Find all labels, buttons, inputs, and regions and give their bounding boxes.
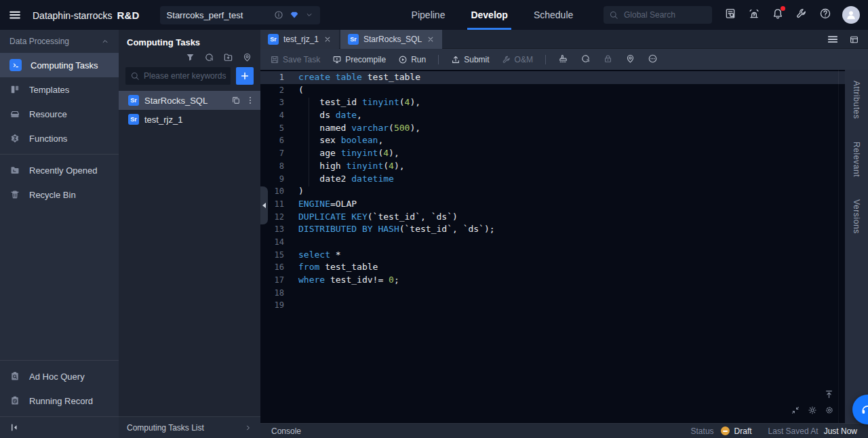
wrench-icon[interactable]: [795, 7, 808, 22]
code-line[interactable]: 8 high tinyint(4),: [260, 160, 845, 173]
editor-toolbar: Save TaskPrecompileRunSubmitO&M: [260, 49, 868, 70]
code-editor[interactable]: 1create table test_table2(3 test_id tiny…: [260, 70, 845, 423]
code-line[interactable]: 9 date2 datetime: [260, 173, 845, 186]
line-number: 16: [260, 261, 293, 274]
code-line[interactable]: 12DUPLICATE KEY(`test_id`, `ds`): [260, 211, 845, 224]
code-line[interactable]: 5 named varchar(500),: [260, 122, 845, 135]
code-line[interactable]: 6 sex boolean,: [260, 134, 845, 147]
run-button[interactable]: Run: [398, 55, 426, 64]
code-text: from test_table: [293, 261, 378, 274]
right-tab-versions[interactable]: Versions: [852, 199, 861, 234]
tree-item-starrocks-sql[interactable]: SrStarRocks_SQL: [119, 91, 260, 110]
code-line[interactable]: 13DISTRIBUTED BY HASH(`test_id`, `ds`);: [260, 223, 845, 236]
toolbar-button-label: O&M: [515, 55, 533, 64]
locate-button[interactable]: [625, 54, 635, 66]
code-line[interactable]: 11ENGINE=OLAP: [260, 198, 845, 211]
nav-schedule[interactable]: Schedule: [521, 0, 586, 30]
precompile-button[interactable]: Precompile: [332, 55, 386, 64]
global-search[interactable]: [604, 6, 712, 24]
copy-icon[interactable]: [231, 96, 241, 105]
close-icon[interactable]: [427, 35, 435, 43]
code-text: DISTRIBUTED BY HASH(`test_id`, `ds`);: [293, 223, 495, 236]
code-line[interactable]: 15select *: [260, 249, 845, 262]
locate-icon[interactable]: [242, 52, 252, 62]
folderplus-icon[interactable]: [223, 52, 233, 62]
close-icon[interactable]: [323, 35, 332, 43]
fullscreen-icon[interactable]: [791, 405, 800, 415]
keyword-search-input[interactable]: [125, 67, 231, 85]
tree-item-test-rjz-1[interactable]: Srtest_rjz_1: [119, 110, 260, 129]
tab-starrocks-sql[interactable]: SrStarRocks_SQL: [340, 30, 442, 49]
save-task-button[interactable]: Save Task: [270, 55, 320, 64]
code-line[interactable]: 16from test_table: [260, 261, 845, 274]
run-icon: [398, 55, 408, 64]
chevron-up-icon[interactable]: [101, 37, 109, 45]
lock-button[interactable]: [603, 54, 613, 66]
code-line[interactable]: 7 age tinyint(4),: [260, 147, 845, 160]
tab-test-rjz-1[interactable]: Srtest_rjz_1: [260, 30, 339, 49]
o-m-button[interactable]: O&M: [502, 55, 533, 64]
chevron-down-icon[interactable]: [305, 11, 313, 19]
sidebar-item-resource[interactable]: Resource: [0, 102, 119, 126]
filter-icon[interactable]: [185, 52, 195, 62]
tree-item-label: StarRocks_SQL: [144, 96, 208, 106]
sidebar-item-recycle-bin[interactable]: Recycle Bin: [0, 182, 119, 207]
code-line[interactable]: 2(: [260, 84, 845, 97]
code-line[interactable]: 19: [260, 299, 845, 312]
submit-button[interactable]: Submit: [451, 55, 489, 64]
sidebar-item-computing-tasks[interactable]: Computing Tasks: [0, 53, 119, 77]
console-toggle[interactable]: Console: [271, 426, 301, 436]
right-tab-attributes[interactable]: Attributes: [852, 81, 861, 119]
alarm-icon[interactable]: [748, 7, 760, 22]
code-line[interactable]: 18: [260, 287, 845, 300]
code-line[interactable]: 3 test_id tinyint(4),: [260, 96, 845, 109]
sidebar-item-functions[interactable]: Functions: [0, 126, 119, 151]
code-line[interactable]: 4 ds date,: [260, 109, 845, 122]
line-number: 2: [260, 84, 293, 97]
scrollbar-track[interactable]: [838, 70, 839, 423]
topbar-icons: [724, 7, 831, 22]
bell-glyph: [772, 7, 784, 20]
sidebar-collapse-button[interactable]: [0, 416, 119, 438]
sidebar-item-ad-hoc-query[interactable]: Ad Hoc Query: [0, 364, 119, 389]
computing-tasks-list-button[interactable]: Computing Tasks List: [119, 416, 260, 438]
info-icon[interactable]: [274, 10, 283, 20]
add-task-button[interactable]: [236, 67, 254, 85]
line-number: 4: [260, 109, 293, 122]
plus-icon: [240, 71, 250, 81]
code-text: ENGINE=OLAP: [293, 198, 357, 211]
sidebar-section-header[interactable]: Data Processing: [0, 30, 119, 53]
help-icon[interactable]: [819, 7, 831, 22]
refresh-button[interactable]: [580, 54, 591, 66]
ellipsis-button[interactable]: [648, 54, 658, 66]
sidebar-item-templates[interactable]: Templates: [0, 77, 119, 102]
sidebar-item-recently-opened[interactable]: Recently Opened: [0, 158, 119, 182]
sidebar-item-running-record[interactable]: Running Record: [0, 389, 119, 413]
project-selector[interactable]: Starrcoks_perf_test: [160, 6, 320, 24]
code-line[interactable]: 14: [260, 236, 845, 249]
theme-icon[interactable]: [808, 405, 817, 415]
collapse-left-icon: [9, 422, 20, 433]
nav-develop[interactable]: Develop: [458, 0, 520, 30]
refresh-icon[interactable]: [204, 52, 214, 62]
code-line[interactable]: 17where test_idv!= 0;: [260, 274, 845, 287]
panel-layout-icon[interactable]: [849, 35, 859, 45]
line-number: 15: [260, 249, 293, 262]
editor-menu-icon[interactable]: [827, 33, 839, 45]
gem-icon: [290, 10, 299, 20]
starrocks-badge: Sr: [348, 34, 359, 45]
code-line[interactable]: 10): [260, 185, 845, 198]
settings-gear-icon[interactable]: [825, 405, 834, 415]
right-tab-relevant[interactable]: Relevant: [852, 142, 861, 177]
hamburger-menu-icon[interactable]: [8, 8, 22, 22]
more-icon[interactable]: [245, 96, 255, 105]
avatar[interactable]: [842, 6, 860, 24]
code-line[interactable]: 1create table test_table: [260, 71, 845, 84]
back-to-top-icon[interactable]: [824, 389, 834, 399]
bell-icon[interactable]: [772, 7, 784, 22]
global-search-input[interactable]: [623, 9, 707, 20]
panel-collapse-handle[interactable]: [260, 186, 268, 224]
format-button[interactable]: [558, 54, 568, 66]
nav-pipeline[interactable]: Pipeline: [399, 0, 458, 30]
report-icon[interactable]: [724, 7, 736, 22]
